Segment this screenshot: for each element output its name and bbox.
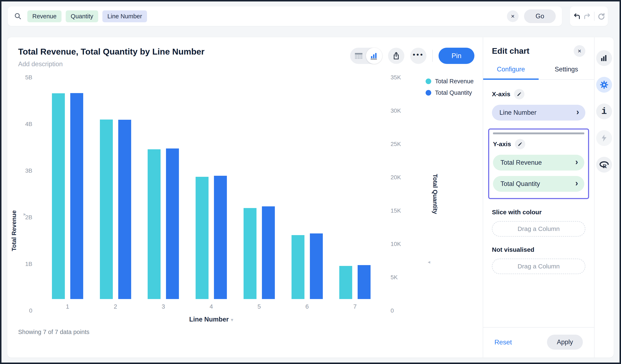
chevron-right-icon: ›	[576, 112, 579, 113]
x-axis-title[interactable]: Line Number	[189, 316, 228, 323]
configure-tool-button[interactable]	[596, 77, 612, 93]
axis-tick-label: 20K	[391, 174, 401, 181]
bar-total-revenue[interactable]	[100, 120, 113, 299]
bar-chart-icon	[600, 54, 608, 62]
right-axis-drag-handle[interactable]: ◂	[428, 259, 430, 265]
legend-dot	[426, 79, 431, 84]
close-icon: ×	[511, 13, 515, 20]
bar-total-quantity[interactable]	[166, 148, 179, 299]
axis-tick-label: 3B	[25, 167, 32, 174]
visualise-tool-button[interactable]	[596, 50, 612, 66]
not-visualised-drop-zone[interactable]: Drag a Column	[492, 259, 585, 274]
share-icon	[392, 52, 400, 60]
y-axis-field-label: Total Quantity	[500, 180, 540, 188]
pencil-icon	[517, 142, 523, 147]
data-points-footnote: Showing 7 of 7 data points	[7, 323, 483, 335]
bar-group: 1	[52, 66, 83, 311]
bar-total-quantity[interactable]	[70, 93, 83, 299]
reset-button[interactable]: Reset	[494, 338, 512, 346]
undo-button[interactable]	[572, 12, 581, 20]
bar-chart-icon	[370, 52, 378, 60]
info-tool-button[interactable]: i	[596, 104, 612, 119]
right-icon-rail: i R	[595, 37, 614, 358]
y-axis-highlight-box: Y-axis Total Revenue ›	[488, 128, 589, 199]
plot-area: 1234567	[35, 78, 387, 311]
edit-chart-panel: Edit chart × Configure Settings X-axis	[483, 37, 595, 358]
axis-tick-label: 4B	[25, 121, 32, 127]
x-tick-label: 7	[353, 303, 357, 311]
x-tick-label: 1	[66, 303, 69, 311]
edit-panel-title: Edit chart	[492, 47, 530, 56]
chart-legend: Total RevenueTotal Quantity	[418, 78, 481, 311]
bar-total-revenue[interactable]	[339, 266, 352, 299]
pencil-icon	[517, 91, 522, 97]
refresh-button[interactable]	[597, 12, 605, 20]
right-axis-title[interactable]: Total Quantity	[432, 174, 439, 214]
bar-total-revenue[interactable]	[196, 177, 208, 299]
y-axis-field-pill-quantity[interactable]: Total Quantity ›	[493, 176, 584, 192]
search-chip-revenue[interactable]: Revenue	[27, 10, 62, 22]
chart-title[interactable]: Total Revenue, Total Quantity by Line Nu…	[18, 47, 205, 57]
edit-x-axis-button[interactable]	[514, 89, 524, 99]
search-chip-line-number[interactable]: Line Number	[102, 10, 147, 22]
bar-total-quantity[interactable]	[262, 206, 275, 299]
apply-button[interactable]: Apply	[547, 335, 583, 350]
edit-y-axis-button[interactable]	[515, 139, 525, 149]
bar-total-quantity[interactable]	[118, 120, 131, 299]
x-axis-title-row: Line Number▾	[35, 316, 387, 323]
x-tick-label: 4	[209, 303, 213, 311]
x-axis-field-label: Line Number	[500, 109, 536, 116]
main-card: Total Revenue, Total Quantity by Line Nu…	[7, 37, 614, 358]
redo-button[interactable]	[583, 12, 592, 20]
actions-tool-button[interactable]	[596, 130, 612, 146]
axis-tick-label: 10K	[391, 241, 401, 247]
drop-indicator	[493, 132, 584, 134]
axis-tick-label: 35K	[391, 74, 401, 81]
chevron-down-icon: ▾	[231, 317, 233, 323]
go-button[interactable]: Go	[524, 9, 556, 23]
table-view-icon[interactable]	[354, 52, 363, 60]
legend-label: Total Revenue	[435, 78, 474, 85]
close-icon: ×	[578, 47, 581, 55]
axis-tick-label: 5B	[25, 74, 32, 81]
search-chip-quantity[interactable]: Quantity	[66, 10, 98, 22]
edit-panel-tabs: Configure Settings	[483, 66, 594, 80]
share-button[interactable]	[388, 48, 404, 64]
y-axis-section-label: Y-axis	[493, 141, 511, 148]
x-axis-section-label: X-axis	[492, 91, 510, 98]
bar-group: 4	[196, 66, 227, 311]
legend-item[interactable]: Total Revenue	[426, 78, 481, 85]
view-toggle[interactable]	[350, 48, 382, 64]
bar-total-revenue[interactable]	[292, 235, 304, 299]
y-axis-field-pill-revenue[interactable]: Total Revenue ›	[493, 155, 584, 171]
chart-toolbar: ••• Pin	[350, 48, 474, 64]
bar-group: 2	[100, 66, 131, 311]
tab-settings[interactable]: Settings	[539, 66, 594, 79]
clear-search-button[interactable]: ×	[507, 10, 519, 22]
axis-tick-label: 0	[391, 307, 394, 314]
r-script-tool-button[interactable]: R	[596, 157, 612, 173]
bar-total-quantity[interactable]	[214, 176, 227, 299]
chevron-right-icon: ›	[575, 162, 578, 163]
tab-configure[interactable]: Configure	[483, 66, 539, 80]
bar-total-quantity[interactable]	[358, 265, 371, 299]
x-axis-field-pill[interactable]: Line Number ›	[492, 105, 585, 121]
info-icon: i	[601, 107, 607, 116]
axis-tick-label: 30K	[391, 108, 401, 114]
slice-drop-zone[interactable]: Drag a Column	[492, 221, 585, 237]
axis-tick-label: 1B	[25, 261, 32, 267]
axis-tick-label: 25K	[391, 141, 401, 147]
chart-view-toggle-active[interactable]	[366, 48, 382, 64]
lightning-icon	[601, 134, 608, 142]
more-options-button[interactable]: •••	[410, 48, 426, 64]
bar-total-revenue[interactable]	[243, 208, 257, 299]
x-tick-label: 6	[305, 303, 309, 311]
bar-total-revenue[interactable]	[148, 149, 161, 299]
bar-total-revenue[interactable]	[52, 93, 65, 299]
search-bar[interactable]: Revenue Quantity Line Number × Go	[8, 6, 562, 26]
bar-total-quantity[interactable]	[310, 233, 323, 299]
pin-button[interactable]: Pin	[439, 48, 474, 64]
slice-with-colour-label: Slice with colour	[492, 209, 585, 216]
legend-item[interactable]: Total Quantity	[426, 89, 481, 96]
close-panel-button[interactable]: ×	[574, 45, 585, 57]
